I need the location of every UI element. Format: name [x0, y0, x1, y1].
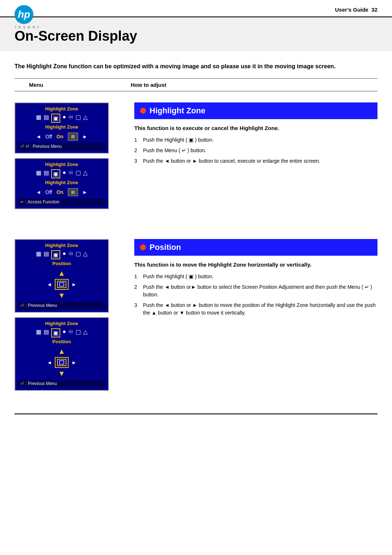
osd-box2-icons: ▦ ▤ ▣ ● ♾ ▢ △ — [18, 169, 105, 178]
svg-rect-0 — [57, 281, 66, 288]
osd-box2-title: Highlight Zone — [18, 162, 105, 167]
guide-title: User's Guide 32 — [335, 7, 377, 13]
how-col-header: How to adjust — [131, 82, 166, 88]
pos-step-1: 1 Push the Highlight ( ▣ ) button. — [134, 273, 377, 280]
position-content: Highlight Zone ▦ ▤ ▣ ● ♾ ▢ △ Position ▲ … — [0, 235, 392, 406]
logo-circle: hp — [15, 5, 33, 24]
pos-osd1-position-ui: ▲ ◄ ► ▼ — [18, 269, 105, 300]
pos-osd2-position-ui: ▲ ◄ ► ▼ — [18, 347, 105, 378]
highlight-zone-left: Highlight Zone ▦ ▤ ▣ ● ♾ ▢ △ Highlight Z… — [15, 102, 120, 214]
osd-box1-icons: ▦ ▤ ▣ ● ♾ ▢ △ — [18, 114, 105, 123]
osd-box1-bottom: ⏎ ⏎ : Previous Menu — [18, 143, 105, 150]
page-title-section: On-Screen Display — [0, 17, 392, 51]
pos-osd1-selected: Position — [18, 261, 105, 266]
osd-box2-bottom: ↵ : Access Function — [18, 198, 105, 206]
osd-box2-controls: ◄ Off On ⊞ ► — [18, 188, 105, 196]
page-header: hp i n v e n t User's Guide 32 — [0, 0, 392, 17]
position-heading: Position — [134, 239, 377, 256]
position-osd-box-2: Highlight Zone ▦ ▤ ▣ ● ♾ ▢ △ Position ▲ … — [15, 317, 109, 391]
position-heading-dot — [140, 244, 146, 250]
osd-box-2: Highlight Zone ▦ ▤ ▣ ● ♾ ▢ △ Highlight Z… — [15, 158, 109, 209]
pos-osd2-selected: Position — [18, 339, 105, 344]
position-osd-box-1: Highlight Zone ▦ ▤ ▣ ● ♾ ▢ △ Position ▲ … — [15, 239, 109, 313]
pos-osd1-title: Highlight Zone — [18, 243, 105, 248]
hz-step-1: 1 Push the Highlight ( ▣ ) button. — [134, 136, 377, 144]
osd-box1-title: Highlight Zone — [18, 106, 105, 112]
section-divider — [0, 224, 392, 235]
hz-function-description: This function is to execute or cancel th… — [134, 125, 377, 131]
pos-osd1-bottom: ⏎ : Previous Menu — [18, 302, 105, 309]
bottom-rule — [15, 413, 377, 414]
pos-osd2-title: Highlight Zone — [18, 321, 105, 326]
osd-box1-selected: Highlight Zone — [18, 124, 105, 130]
highlight-zone-heading: Highlight Zone — [134, 102, 377, 119]
pos-steps-list: 1 Push the Highlight ( ▣ ) button. 2 Pus… — [134, 273, 377, 317]
intro-section: The Highlight Zone function can be optim… — [0, 51, 392, 78]
position-left: Highlight Zone ▦ ▤ ▣ ● ♾ ▢ △ Position ▲ … — [15, 239, 120, 395]
svg-rect-1 — [60, 283, 64, 286]
svg-rect-3 — [60, 361, 64, 364]
column-headers: Menu How to adjust — [15, 78, 377, 92]
menu-col-header: Menu — [29, 82, 131, 88]
pos-step-3: 3 Push the ◄ button or ► button to move … — [134, 301, 377, 317]
svg-rect-2 — [57, 359, 66, 366]
intro-text: The Highlight Zone function can be optim… — [15, 62, 341, 71]
osd-box-1: Highlight Zone ▦ ▤ ▣ ● ♾ ▢ △ Highlight Z… — [15, 102, 109, 154]
hz-steps-list: 1 Push the Highlight ( ▣ ) button. 2 Pus… — [134, 136, 377, 165]
osd-box1-controls: ◄ Off On ⊞ ► — [18, 133, 105, 141]
position-right: Position This function is to move the Hi… — [134, 239, 377, 395]
highlight-zone-content: Highlight Zone ▦ ▤ ▣ ● ♾ ▢ △ Highlight Z… — [0, 92, 392, 224]
invent-text: i n v e n t — [15, 25, 40, 29]
pos-osd2-bottom: ⏎ : Previous Menu — [18, 380, 105, 387]
hz-step-2: 2 Push the Menu ( ↵ ) button. — [134, 147, 377, 154]
hp-logo: hp i n v e n t — [15, 5, 40, 27]
heading-dot — [140, 108, 146, 114]
highlight-zone-right: Highlight Zone This function is to execu… — [134, 102, 377, 214]
hz-step-3: 3 Push the ◄ button or ► button to cance… — [134, 157, 377, 165]
page-title: On-Screen Display — [15, 28, 377, 44]
pos-step-2: 2 Push the ◄ button or► button to select… — [134, 283, 377, 299]
osd-box2-selected: Highlight Zone — [18, 180, 105, 185]
pos-osd1-icons: ▦ ▤ ▣ ● ♾ ▢ △ — [18, 250, 105, 259]
pos-function-description: This function is to move the Highlight Z… — [134, 262, 377, 268]
pos-osd2-icons: ▦ ▤ ▣ ● ♾ ▢ △ — [18, 328, 105, 337]
